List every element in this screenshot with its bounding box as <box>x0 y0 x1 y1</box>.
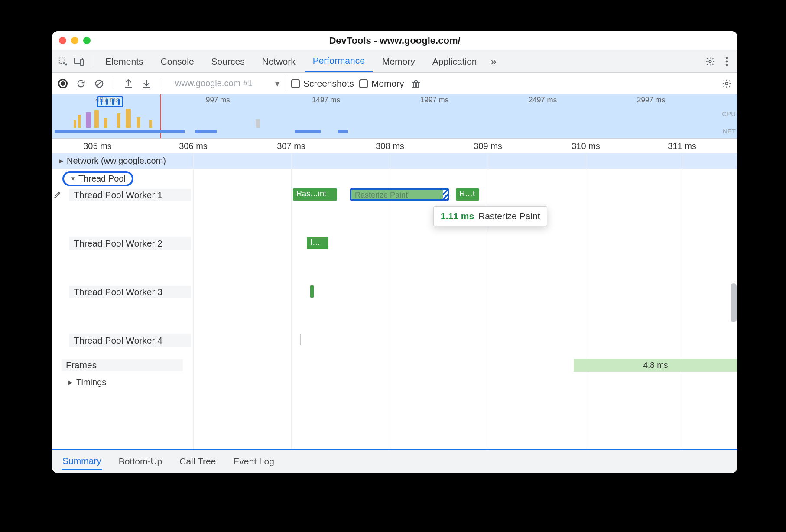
worker-label: Thread Pool Worker 1 <box>69 189 191 201</box>
checkbox-icon <box>359 79 368 88</box>
tab-event-log[interactable]: Event Log <box>232 454 275 469</box>
reload-record-button[interactable] <box>75 77 88 90</box>
checkbox-icon <box>291 79 300 88</box>
garbage-collect-icon[interactable] <box>409 77 422 90</box>
ruler-tick: 310 ms <box>572 141 600 151</box>
overview-net-label: NET <box>723 127 736 135</box>
track-row-frames: Frames 4.8 ms <box>52 358 737 373</box>
tooltip-duration: 1.11 ms <box>441 211 474 221</box>
svg-point-4 <box>726 57 728 59</box>
overview-net-bar <box>295 130 321 133</box>
tab-call-tree[interactable]: Call Tree <box>179 454 217 469</box>
window-controls <box>59 37 91 44</box>
thread-pool-highlight: ▼ Thread Pool <box>62 171 133 186</box>
flame-bar[interactable]: R…t <box>456 188 479 201</box>
worker-label: Thread Pool Worker 3 <box>69 286 191 298</box>
worker-label: Thread Pool Worker 4 <box>69 334 191 347</box>
ruler-tick: 306 ms <box>179 141 208 151</box>
close-window-button[interactable] <box>59 37 66 44</box>
overview-selection-handle[interactable] <box>97 96 123 107</box>
track-header-timings[interactable]: ▶ Timings <box>52 373 737 391</box>
tab-application[interactable]: Application <box>425 50 485 72</box>
screenshots-label: Screenshots <box>303 78 354 89</box>
zoom-window-button[interactable] <box>83 37 91 44</box>
profile-name: www.google.com #1 <box>175 78 253 88</box>
device-toolbar-icon[interactable] <box>72 54 87 69</box>
svg-point-6 <box>726 64 728 66</box>
tab-performance[interactable]: Performance <box>305 50 373 72</box>
chevron-right-icon: ▶ <box>59 158 63 164</box>
frame-bar[interactable]: 4.8 ms <box>574 359 737 372</box>
flame-bar[interactable] <box>310 285 314 298</box>
overview-net-bar <box>55 130 185 133</box>
overview-tick: 2497 ms <box>529 96 557 104</box>
track-header-threadpool[interactable]: ▼ Thread Pool <box>52 169 737 188</box>
tab-elements[interactable]: Elements <box>97 50 151 72</box>
chevron-down-icon: ▼ <box>70 175 76 182</box>
overview-activity <box>61 110 173 128</box>
screenshots-checkbox[interactable]: Screenshots <box>291 78 354 89</box>
track-header-network[interactable]: ▶ Network (ww.google.com) <box>52 153 737 169</box>
overview-tick: 1997 ms <box>420 96 448 104</box>
memory-label: Memory <box>371 78 404 89</box>
svg-rect-2 <box>80 60 84 65</box>
overview-tick: 2997 ms <box>637 96 665 104</box>
window-title: DevTools - www.google.com/ <box>59 35 731 46</box>
thread-pool-label: Thread Pool <box>78 174 126 184</box>
tab-console[interactable]: Console <box>153 50 202 72</box>
track-row-worker-4: Thread Pool Worker 4 <box>52 334 737 358</box>
ruler-tick: 309 ms <box>474 141 502 151</box>
capture-settings-gear-icon[interactable] <box>720 77 733 90</box>
separator <box>161 78 161 89</box>
titlebar: DevTools - www.google.com/ <box>52 31 737 50</box>
upload-profile-icon[interactable] <box>122 77 135 90</box>
edit-icon[interactable] <box>54 191 62 198</box>
download-profile-icon[interactable] <box>140 77 153 90</box>
overview-net-bar <box>195 130 217 133</box>
timeline-ruler[interactable]: 305 ms 306 ms 307 ms 308 ms 309 ms 310 m… <box>52 139 737 153</box>
ruler-tick: 307 ms <box>277 141 305 151</box>
profile-selector[interactable]: www.google.com #1 ▾ <box>169 76 286 91</box>
flame-bar[interactable]: I… <box>307 237 328 249</box>
overview-activity <box>256 119 260 128</box>
more-tabs-button[interactable]: » <box>486 55 500 68</box>
ruler-tick: 308 ms <box>376 141 404 151</box>
frames-label: Frames <box>62 359 183 371</box>
overview-tick: 1497 ms <box>312 96 340 104</box>
kebab-menu-icon[interactable] <box>719 54 734 69</box>
overview-net-bar <box>338 130 348 133</box>
svg-point-5 <box>726 60 728 62</box>
detail-tabs: Summary Bottom-Up Call Tree Event Log <box>52 449 737 473</box>
hover-tooltip: 1.11 ms Rasterize Paint <box>433 206 547 226</box>
memory-checkbox[interactable]: Memory <box>359 78 404 89</box>
svg-point-3 <box>709 60 711 63</box>
tab-sources[interactable]: Sources <box>204 50 253 72</box>
inspect-element-icon[interactable] <box>55 54 70 69</box>
track-row-worker-3: Thread Pool Worker 3 <box>52 285 737 334</box>
panel-tabstrip: Elements Console Sources Network Perform… <box>52 50 737 73</box>
overview-cpu-label: CPU <box>722 110 736 117</box>
performance-toolbar: www.google.com #1 ▾ Screenshots Memory <box>52 73 737 94</box>
tab-network[interactable]: Network <box>254 50 303 72</box>
settings-gear-icon[interactable] <box>703 54 718 69</box>
separator <box>92 55 92 68</box>
flame-bar-selected[interactable]: Rasterize Paint <box>350 188 449 201</box>
tab-memory[interactable]: Memory <box>374 50 423 72</box>
tab-summary[interactable]: Summary <box>62 453 102 470</box>
timings-label: Timings <box>76 377 106 387</box>
overview-tick: 997 ms <box>206 96 230 104</box>
flame-chart[interactable]: ▶ Network (ww.google.com) ▼ Thread Pool … <box>52 153 737 449</box>
minimize-window-button[interactable] <box>71 37 78 44</box>
tab-bottom-up[interactable]: Bottom-Up <box>118 454 163 469</box>
flame-bar[interactable] <box>300 334 301 345</box>
dropdown-caret-icon: ▾ <box>275 78 279 89</box>
clear-button[interactable] <box>93 77 106 90</box>
timeline-overview[interactable]: 497 ms 997 ms 1497 ms 1997 ms 2497 ms 29… <box>52 94 737 139</box>
ruler-tick: 305 ms <box>83 141 112 151</box>
scrollbar-thumb[interactable] <box>731 283 737 322</box>
flame-bar[interactable]: Ras…int <box>293 188 337 201</box>
record-button[interactable] <box>56 77 69 90</box>
worker-label: Thread Pool Worker 2 <box>69 237 191 250</box>
chevron-right-icon: ▶ <box>68 379 73 386</box>
devtools-window: DevTools - www.google.com/ Elements Cons… <box>52 31 737 473</box>
